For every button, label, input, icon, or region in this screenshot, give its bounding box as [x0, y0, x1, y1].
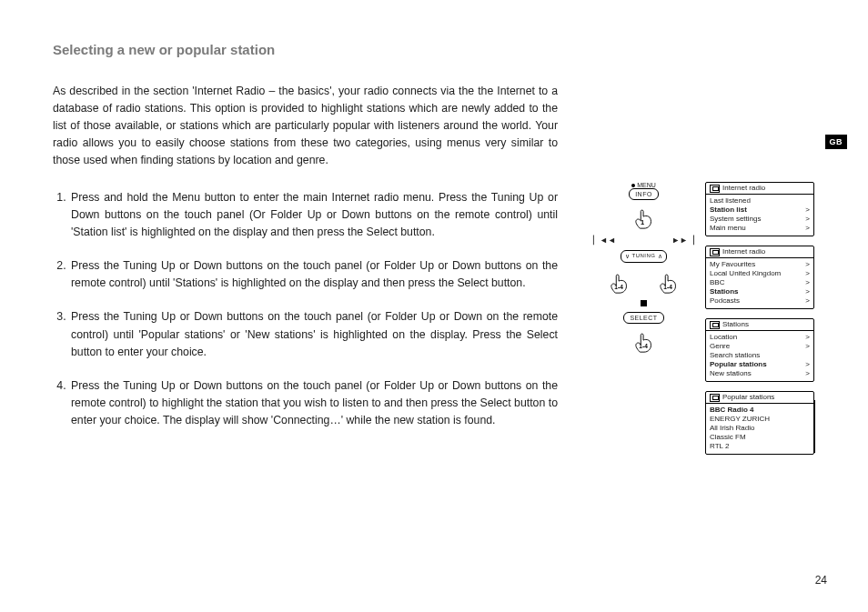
radio-icon [710, 321, 720, 329]
control-diagram: MENU INFO 1 ▏◄◄ ►►▕ ∨ TUNING ∧ 1-4 1-4 S… [591, 182, 696, 359]
hand-icon: 1-4 [631, 328, 657, 354]
lcd-panels: Internet radio Last listened Station lis… [705, 182, 814, 464]
radio-icon [710, 394, 720, 402]
lcd-item: Last listened [710, 196, 810, 206]
hand-icon: 1-4 [656, 269, 681, 295]
main-content: Selecting a new or popular station As de… [53, 42, 558, 446]
prev-track-icon: ▏◄◄ [593, 236, 616, 245]
lcd-item: Location> [710, 333, 810, 342]
next-track-icon: ►►▕ [671, 236, 694, 245]
lcd-title: Popular stations [722, 393, 774, 402]
svg-text:1-4: 1-4 [639, 343, 648, 349]
info-button: INFO [629, 188, 659, 200]
step-list: Press and hold the Menu button to enter … [53, 189, 558, 429]
lcd-item: Genre> [710, 342, 810, 351]
lcd-item: New stations> [710, 369, 810, 378]
stop-icon [641, 300, 647, 306]
lcd-item: System settings> [710, 215, 810, 224]
lcd-screen-4: Popular stations BBC Radio 4 ENERGY ZURI… [705, 391, 814, 455]
step-item: Press and hold the Menu button to enter … [69, 189, 558, 241]
step-item: Press the Tuning Up or Down buttons on t… [69, 377, 558, 429]
tuning-button: ∨ TUNING ∧ [621, 250, 668, 263]
lcd-title: Stations [722, 320, 749, 329]
language-tab: GB [825, 135, 848, 149]
hand-icon: 1 [631, 205, 657, 230]
lcd-item: Popular stations> [710, 360, 810, 369]
menu-label: MENU [591, 182, 696, 188]
lcd-title: Internet radio [722, 247, 765, 256]
lcd-title: Internet radio [722, 184, 765, 193]
select-button: SELECT [623, 312, 663, 324]
lcd-item: My Favourites> [710, 260, 810, 269]
step-item: Press the Tuning Up or Down buttons on t… [69, 257, 558, 292]
lcd-item: All Irish Radio [710, 424, 810, 433]
intro-paragraph: As described in the section 'Internet Ra… [53, 83, 558, 169]
lcd-item: Local United Kingdom> [710, 269, 810, 278]
lcd-item: BBC Radio 4 [710, 406, 810, 415]
scrollbar-icon [814, 400, 817, 453]
lcd-item: Podcasts> [710, 296, 810, 306]
lcd-item: BBC> [710, 278, 810, 287]
lcd-item: Main menu> [710, 224, 810, 233]
lcd-item: Classic FM [710, 433, 810, 442]
section-heading: Selecting a new or popular station [53, 42, 558, 57]
lcd-item: Stations> [710, 287, 810, 296]
lcd-screen-1: Internet radio Last listened Station lis… [705, 182, 814, 236]
lcd-item: Search stations [710, 351, 810, 360]
svg-text:1-4: 1-4 [663, 284, 672, 290]
svg-text:1-4: 1-4 [614, 284, 623, 290]
page-number: 24 [815, 574, 827, 587]
lcd-item: Station list> [710, 206, 810, 215]
svg-text:1: 1 [641, 218, 644, 226]
step-item: Press the Tuning Up or Down buttons on t… [69, 308, 558, 360]
hand-icon: 1-4 [607, 269, 632, 295]
lcd-screen-3: Stations Location> Genre> Search station… [705, 318, 814, 382]
radio-icon [710, 248, 720, 256]
lcd-item: ENERGY ZURICH [710, 415, 810, 424]
radio-icon [710, 185, 720, 193]
lcd-screen-2: Internet radio My Favourites> Local Unit… [705, 246, 814, 309]
lcd-item: RTL 2 [710, 442, 810, 451]
